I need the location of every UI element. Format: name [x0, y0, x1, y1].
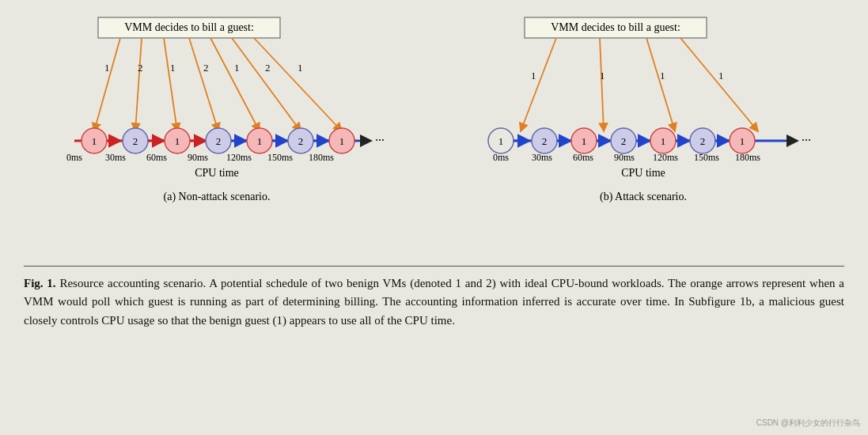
time-180-a: 180ms [309, 152, 334, 163]
time-150-a: 150ms [267, 152, 293, 163]
main-container: VMM decides to bill a guest: 1 2 1 2 1 [0, 0, 868, 435]
arrow-2-a [135, 38, 142, 131]
time-30-a: 30ms [105, 152, 126, 163]
billing-num-5-a: 1 [234, 62, 240, 74]
dots-b: ··· [802, 134, 811, 147]
node-label-7-b: 1 [740, 135, 745, 147]
node-label-1-b: 1 [498, 135, 504, 147]
time-0-a: 0ms [66, 152, 82, 163]
diagram-svg-b: VMM decides to bill a guest: 1 1 1 1 [477, 14, 817, 244]
time-180-b: 180ms [735, 152, 760, 163]
node-label-4-b: 2 [621, 135, 627, 147]
caption-a: (a) Non-attack scenario. [163, 191, 270, 203]
billing-num-1-a: 1 [104, 62, 110, 74]
time-120-a: 120ms [226, 152, 252, 163]
time-60-a: 60ms [146, 152, 167, 163]
node-label-3-a: 1 [175, 135, 180, 147]
billing-num-7-a: 1 [298, 62, 303, 74]
fig-label: Fig. 1. [24, 277, 56, 289]
arrow-7-a [254, 38, 342, 131]
time-60-b: 60ms [573, 152, 593, 163]
arrow-5-a [210, 38, 260, 131]
figure-caption-section: Fig. 1. Resource accounting scenario. A … [24, 266, 844, 330]
node-label-2-b: 2 [542, 135, 548, 147]
billing-num-3-a: 1 [170, 62, 176, 74]
billing-num-3-b: 1 [660, 70, 665, 81]
billing-num-4-a: 2 [203, 62, 209, 74]
cpu-time-label-b: CPU time [621, 167, 665, 179]
caption-b: (b) Attack scenario. [600, 191, 687, 203]
node-label-2-a: 2 [133, 135, 138, 147]
vmm-label-a: VMM decides to bill a guest: [124, 21, 254, 33]
billing-num-1-b: 1 [531, 70, 536, 81]
node-label-7-a: 1 [339, 135, 345, 147]
vmm-label-b: VMM decides to bill a guest: [551, 21, 680, 33]
time-120-b: 120ms [653, 152, 678, 163]
time-150-b: 150ms [694, 152, 719, 163]
billing-num-2-a: 2 [138, 62, 143, 74]
node-label-1-a: 1 [92, 135, 97, 147]
time-30-b: 30ms [532, 152, 552, 163]
arrow-4-b [680, 38, 758, 131]
billing-num-6-a: 2 [265, 62, 271, 74]
node-label-6-a: 2 [298, 135, 304, 147]
node-label-6-b: 2 [700, 135, 706, 147]
node-label-4-a: 2 [216, 135, 222, 147]
billing-num-2-b: 1 [600, 70, 605, 81]
node-label-5-a: 1 [257, 135, 263, 147]
arrow-1-b [521, 38, 556, 131]
diagram-svg-a: VMM decides to bill a guest: 1 2 1 2 1 [51, 14, 391, 244]
diagrams-row: VMM decides to bill a guest: 1 2 1 2 1 [24, 14, 844, 252]
node-label-5-b: 1 [661, 135, 666, 147]
node-label-3-b: 1 [582, 135, 587, 147]
diagram-panel-b: VMM decides to bill a guest: 1 1 1 1 [450, 14, 844, 252]
time-90-a: 90ms [188, 152, 208, 163]
time-0-b: 0ms [493, 152, 509, 163]
billing-num-4-b: 1 [718, 70, 724, 81]
cpu-time-label-a: CPU time [195, 167, 239, 179]
watermark: CSDN @利利少女的行行杂鸟 [756, 418, 860, 429]
time-90-b: 90ms [614, 152, 635, 163]
arrow-3-b [646, 38, 675, 131]
arrow-1-a [94, 38, 120, 131]
arrow-2-b [600, 38, 604, 131]
diagram-panel-a: VMM decides to bill a guest: 1 2 1 2 1 [24, 14, 418, 252]
dots-a: ··· [375, 134, 385, 147]
arrow-3-a [164, 38, 177, 131]
arrow-4-a [189, 38, 218, 131]
figure-text: Resource accounting scenario. A potentia… [24, 277, 844, 327]
